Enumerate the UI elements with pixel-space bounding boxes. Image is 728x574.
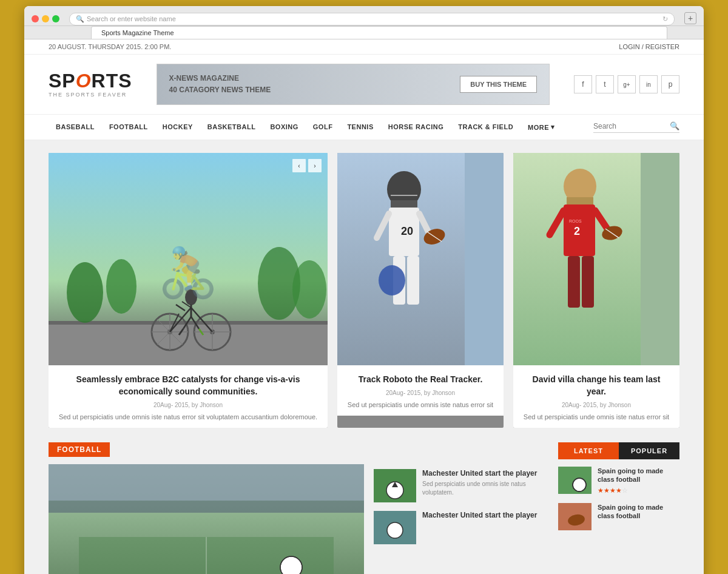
- news-item-title-2: Machester United start the player: [422, 511, 537, 519]
- add-tab-button[interactable]: +: [684, 12, 696, 24]
- news-thumb-1: [374, 469, 416, 502]
- news-item-title-1: Machester United start the player: [422, 469, 548, 478]
- nav-boxing[interactable]: BOXING: [263, 115, 305, 140]
- nav-football[interactable]: FOOTBALL: [102, 115, 155, 140]
- ad-text: X-NEWS MAGAZINE 40 CATAGORY NEWS THEME: [169, 73, 271, 96]
- article-caption-small-1: Track Roboto the Real Tracker. 20Aug- 20…: [337, 365, 504, 416]
- nav-horse-racing[interactable]: HORSE RACING: [381, 115, 451, 140]
- nav-more[interactable]: MORE ▾: [521, 115, 562, 140]
- buy-theme-button[interactable]: BUY THIS THEME: [460, 76, 537, 93]
- nav-track-field[interactable]: TRACK & FIELD: [451, 115, 521, 140]
- featured-row: ‹ › Seamlessly embrace B2C catalysts for…: [49, 153, 679, 428]
- article-title-small-2: David villa change his team last year.: [523, 374, 670, 397]
- reload-icon[interactable]: ↻: [662, 15, 668, 23]
- maximize-dot[interactable]: [52, 15, 59, 22]
- browser-tab[interactable]: Sports Magazine Theme: [91, 26, 667, 39]
- sidebar-thumb-2: [558, 503, 592, 530]
- nav-basketball[interactable]: BASKETBALL: [200, 115, 263, 140]
- featured-small-card-1[interactable]: 20: [337, 153, 504, 428]
- nav-golf[interactable]: GOLF: [306, 115, 340, 140]
- article-meta-large: 20Aug- 2015, by Jhonson: [58, 402, 318, 408]
- login-register-link[interactable]: LOGIN / REGISTER: [619, 43, 679, 50]
- svg-rect-30: [391, 200, 417, 208]
- address-text: Search or enter website name: [87, 15, 176, 22]
- tab-latest[interactable]: LATEST: [558, 442, 619, 459]
- ad-line1: X-NEWS MAGAZINE: [169, 73, 271, 84]
- nav-search[interactable]: 🔍: [593, 121, 679, 133]
- sidebar-item-text-1: Spain going to made class football ★★★★☆: [598, 467, 679, 495]
- nav-tennis[interactable]: TENNIS: [340, 115, 380, 140]
- site-logo[interactable]: SPORTS THE SPORTS FEAVER: [49, 71, 132, 98]
- sidebar-item-text-2: Spain going to made class football: [598, 503, 679, 523]
- half-star-1: ☆: [622, 487, 628, 494]
- twitter-icon[interactable]: t: [596, 75, 614, 93]
- tab-popular[interactable]: POPULER: [619, 442, 679, 459]
- sidebar-item-title-2: Spain going to made class football: [598, 503, 679, 521]
- nav-baseball[interactable]: BASEBALL: [49, 115, 102, 140]
- svg-text:20: 20: [401, 225, 413, 237]
- linkedin-icon[interactable]: in: [639, 75, 658, 93]
- facebook-icon[interactable]: f: [574, 75, 592, 93]
- datetime-text: 20 AUGUST. THURSDAY 2015. 2:00 PM.: [49, 43, 171, 50]
- svg-text:2: 2: [574, 225, 580, 237]
- news-thumb-2: [374, 511, 416, 544]
- football-player-image-1: 20: [337, 153, 504, 365]
- football-section-tag[interactable]: FOOTBALL: [49, 442, 110, 457]
- article-meta-small-2: 20Aug- 2015, by Jhonson: [523, 402, 670, 408]
- article-caption-small-2: David villa change his team last year. 2…: [513, 365, 679, 428]
- svg-point-21: [185, 289, 197, 305]
- sidebar-item-title-1: Spain going to made class football: [598, 467, 679, 484]
- main-content: ‹ › Seamlessly embrace B2C catalysts for…: [24, 141, 704, 574]
- svg-point-3: [67, 262, 103, 323]
- social-icons-group: f t g+ in p: [574, 75, 679, 93]
- prev-slide-button[interactable]: ‹: [292, 159, 306, 172]
- logo-rts: RTS: [92, 70, 132, 92]
- article-title-small-1: Track Roboto the Real Tracker.: [347, 374, 494, 386]
- top-bar: 20 AUGUST. THURSDAY 2015. 2:00 PM. LOGIN…: [24, 39, 704, 55]
- svg-text:ROOS: ROOS: [569, 219, 582, 223]
- tab-row: LATEST POPULER: [558, 442, 679, 459]
- address-bar[interactable]: 🔍 Search or enter website name ↻: [69, 13, 675, 25]
- featured-large-card[interactable]: ‹ › Seamlessly embrace B2C catalysts for…: [49, 153, 328, 428]
- navigation-bar: BASEBALL FOOTBALL HOCKEY BASKETBALL BOXI…: [24, 114, 704, 141]
- search-icon[interactable]: 🔍: [670, 121, 679, 130]
- football-player-image-2: 2 ROOS: [513, 153, 679, 365]
- article-title-large: Seamlessly embrace B2C catalysts for cha…: [58, 374, 318, 397]
- slide-controls: ‹ ›: [292, 159, 322, 172]
- pinterest-icon[interactable]: p: [661, 75, 679, 93]
- next-slide-button[interactable]: ›: [308, 159, 322, 172]
- close-dot[interactable]: [32, 15, 39, 22]
- googleplus-icon[interactable]: g+: [618, 75, 636, 93]
- news-item-1: Machester United start the player Sed pe…: [374, 469, 548, 502]
- sidebar-item-2: Spain going to made class football: [558, 503, 679, 530]
- bottom-row: FOOTBALL: [49, 442, 679, 574]
- news-text-2: Machester United start the player: [422, 511, 537, 522]
- search-input[interactable]: [593, 122, 666, 130]
- article-excerpt-large: Sed ut perspiciatis unde omnis iste natu…: [58, 412, 318, 422]
- traffic-lights: [32, 15, 59, 22]
- featured-small-card-2[interactable]: 2 ROOS: [513, 153, 679, 428]
- sidebar-item-1: Spain going to made class football ★★★★☆: [558, 467, 679, 495]
- sidebar-thumb-1: [558, 467, 592, 494]
- nav-hockey[interactable]: HOCKEY: [155, 115, 200, 140]
- nav-links-group: BASEBALL FOOTBALL HOCKEY BASKETBALL BOXI…: [49, 115, 562, 140]
- news-text-1: Machester United start the player Sed pe…: [422, 469, 548, 497]
- article-excerpt-small-2: Sed ut perspiciatis unde omnis iste natu…: [523, 412, 670, 422]
- svg-rect-39: [407, 256, 419, 305]
- svg-rect-51: [582, 256, 594, 308]
- stars-1: ★★★★☆: [598, 487, 679, 495]
- svg-point-64: [387, 522, 403, 538]
- article-meta-small-1: 20Aug- 2015, by Jhonson: [347, 390, 494, 396]
- football-main-image: [49, 464, 364, 574]
- chevron-down-icon: ▾: [551, 123, 555, 131]
- search-icon: 🔍: [76, 15, 84, 23]
- svg-point-6: [292, 260, 326, 319]
- ad-line2: 40 CATAGORY NEWS THEME: [169, 84, 271, 96]
- svg-point-4: [106, 259, 136, 314]
- svg-rect-43: [567, 197, 593, 204]
- cycling-image: [49, 153, 328, 365]
- ad-banner: X-NEWS MAGAZINE 40 CATAGORY NEWS THEME B…: [157, 64, 550, 105]
- svg-rect-54: [49, 464, 364, 501]
- svg-rect-50: [568, 256, 580, 308]
- minimize-dot[interactable]: [42, 15, 49, 22]
